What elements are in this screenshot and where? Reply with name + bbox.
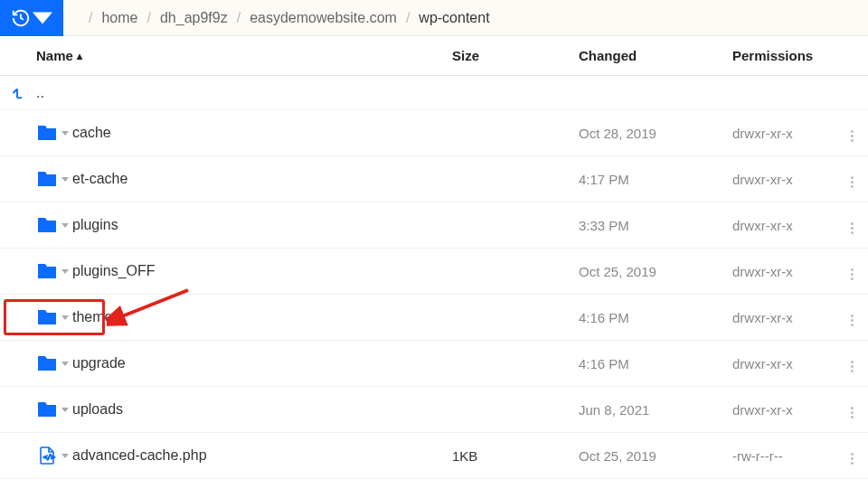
breadcrumb-sep: / xyxy=(80,10,101,26)
breadcrumb-sep: / xyxy=(228,10,250,26)
file-list: cache Oct 28, 2019 drwxr-xr-x et-cache 4… xyxy=(0,110,868,479)
row-name-label: plugins xyxy=(72,217,118,233)
dropdown-icon[interactable] xyxy=(61,131,69,136)
table-row[interactable]: cache Oct 28, 2019 drwxr-xr-x xyxy=(0,110,868,156)
folder-icon xyxy=(36,168,58,190)
dropdown-icon[interactable] xyxy=(61,454,69,458)
row-name-label: upgrade xyxy=(72,355,126,371)
row-perm-label: drwxr-xr-x xyxy=(732,218,841,233)
row-changed-label: 4:16 PM xyxy=(579,356,732,371)
table-row[interactable]: plugins 3:33 PM drwxr-xr-x xyxy=(0,202,868,249)
row-perm-label: drwxr-xr-x xyxy=(732,402,841,418)
dropdown-icon[interactable] xyxy=(61,408,69,412)
code-file-icon: </> xyxy=(36,445,58,466)
column-header-name[interactable]: Name ▴ xyxy=(36,48,452,63)
folder-icon xyxy=(36,214,58,236)
breadcrumb-sep: / xyxy=(137,10,159,26)
row-size-label: 1KB xyxy=(452,448,579,464)
folder-icon xyxy=(36,122,58,144)
folder-icon xyxy=(36,260,58,282)
table-row[interactable]: upgrade 4:16 PM drwxr-xr-x xyxy=(0,341,868,387)
row-changed-label: 3:33 PM xyxy=(579,218,732,233)
row-changed-label: Jun 8, 2021 xyxy=(579,402,732,418)
breadcrumb-item[interactable]: dh_ap9f9z xyxy=(160,10,228,26)
up-directory-row[interactable]: .. xyxy=(0,76,868,110)
table-row[interactable]: </> advanced-cache.php 1KB Oct 25, 2019 … xyxy=(0,433,868,479)
kebab-icon xyxy=(844,450,859,468)
breadcrumb-sep: / xyxy=(397,10,419,26)
row-perm-label: drwxr-xr-x xyxy=(732,126,841,141)
row-name-label: uploads xyxy=(72,401,123,418)
kebab-icon xyxy=(844,404,859,422)
table-header: Name ▴ Size Changed Permissions xyxy=(0,36,868,76)
row-actions-button[interactable] xyxy=(841,258,859,284)
row-actions-button[interactable] xyxy=(841,212,859,238)
row-name-label: plugins_OFF xyxy=(72,263,156,279)
row-actions-button[interactable] xyxy=(841,305,859,330)
dropdown-icon[interactable] xyxy=(61,269,69,274)
sort-asc-icon: ▴ xyxy=(77,50,82,62)
breadcrumb-item[interactable]: easydemowebsite.com xyxy=(250,10,397,26)
kebab-icon xyxy=(844,127,859,146)
kebab-icon xyxy=(844,266,859,284)
chevron-down-icon xyxy=(33,8,52,28)
dropdown-icon[interactable] xyxy=(61,223,69,228)
folder-icon xyxy=(36,399,58,420)
row-changed-label: Oct 28, 2019 xyxy=(579,126,732,141)
row-actions-button[interactable] xyxy=(841,351,859,376)
row-changed-label: 4:17 PM xyxy=(579,172,732,187)
breadcrumb-item-current[interactable]: wp-content xyxy=(419,10,489,26)
table-row[interactable]: et-cache 4:17 PM drwxr-xr-x xyxy=(0,156,868,202)
up-arrow-icon xyxy=(9,85,36,101)
column-header-changed[interactable]: Changed xyxy=(579,48,732,63)
up-directory-label: .. xyxy=(36,85,44,101)
breadcrumb: / home / dh_ap9f9z / easydemowebsite.com… xyxy=(63,10,490,26)
column-header-size[interactable]: Size xyxy=(452,48,579,63)
column-header-permissions[interactable]: Permissions xyxy=(732,48,841,63)
table-row[interactable]: plugins_OFF Oct 25, 2019 drwxr-xr-x xyxy=(0,249,868,295)
row-name-label: themes xyxy=(72,309,119,325)
breadcrumb-item[interactable]: home xyxy=(101,10,137,26)
row-actions-button[interactable] xyxy=(841,397,859,422)
table-row[interactable]: themes 4:16 PM drwxr-xr-x xyxy=(0,295,868,341)
row-actions-button[interactable] xyxy=(841,166,859,192)
kebab-icon xyxy=(844,174,859,192)
column-header-name-label: Name xyxy=(36,48,73,63)
row-name-label: cache xyxy=(72,125,111,141)
row-perm-label: -rw-r--r-- xyxy=(732,448,841,464)
folder-icon xyxy=(36,352,58,374)
row-changed-label: Oct 25, 2019 xyxy=(579,264,732,279)
row-perm-label: drwxr-xr-x xyxy=(732,310,841,325)
folder-icon xyxy=(36,306,58,328)
row-name-label: et-cache xyxy=(72,171,127,187)
svg-marker-0 xyxy=(33,12,52,23)
row-changed-label: Oct 25, 2019 xyxy=(579,448,732,464)
history-icon xyxy=(11,8,31,28)
row-changed-label: 4:16 PM xyxy=(579,310,732,325)
row-actions-button[interactable] xyxy=(841,120,859,146)
dropdown-icon[interactable] xyxy=(61,177,69,182)
row-perm-label: drwxr-xr-x xyxy=(732,356,841,371)
row-perm-label: drwxr-xr-x xyxy=(732,172,841,187)
row-name-label: advanced-cache.php xyxy=(72,447,207,464)
dropdown-icon[interactable] xyxy=(61,362,69,366)
kebab-icon xyxy=(844,358,859,376)
kebab-icon xyxy=(844,220,859,238)
history-button[interactable] xyxy=(0,0,63,36)
kebab-icon xyxy=(844,312,859,330)
svg-text:</>: </> xyxy=(43,454,55,461)
dropdown-icon[interactable] xyxy=(61,315,69,320)
row-perm-label: drwxr-xr-x xyxy=(732,264,841,279)
row-actions-button[interactable] xyxy=(841,443,859,468)
table-row[interactable]: uploads Jun 8, 2021 drwxr-xr-x xyxy=(0,387,868,433)
topbar: / home / dh_ap9f9z / easydemowebsite.com… xyxy=(0,0,868,36)
